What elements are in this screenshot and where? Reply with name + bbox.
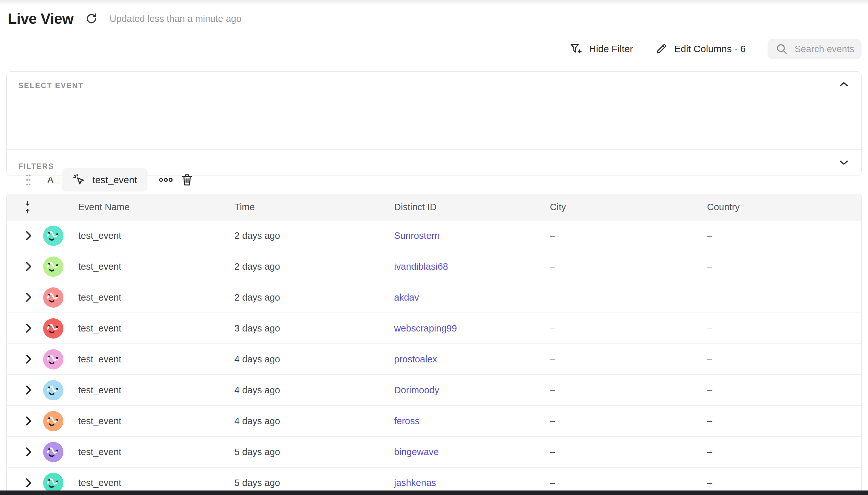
cell-country: – — [707, 416, 861, 426]
drag-handle[interactable] — [26, 174, 31, 186]
cell-country: – — [707, 231, 861, 241]
table-row[interactable]: test_event 4 days ago Dorimoody – – — [7, 375, 861, 406]
expand-row-button[interactable] — [25, 293, 32, 302]
select-event-collapse-button[interactable] — [837, 80, 850, 89]
cell-time: 5 days ago — [234, 447, 394, 457]
distinct-id-link[interactable]: ivandiblasi68 — [394, 261, 448, 272]
chevron-up-icon — [839, 82, 849, 87]
avatar — [43, 411, 64, 431]
chevron-right-icon — [25, 385, 32, 395]
trash-icon — [181, 173, 193, 187]
event-select-button[interactable]: test_event — [62, 168, 147, 191]
collapse-rows-button[interactable] — [25, 201, 31, 214]
event-delete-button[interactable] — [181, 173, 193, 187]
table-row[interactable]: test_event 4 days ago prostoalex – – — [7, 344, 861, 375]
page-title: Live View — [8, 10, 73, 27]
filters-expand-button[interactable] — [837, 158, 850, 167]
edit-columns-button[interactable]: Edit Columns · 6 — [655, 42, 746, 55]
cell-event-name: test_event — [78, 447, 234, 457]
avatar — [43, 380, 64, 400]
expand-row-button[interactable] — [25, 354, 32, 364]
cell-city: – — [550, 478, 707, 488]
event-name-label: test_event — [92, 174, 137, 185]
column-header-time[interactable]: Time — [234, 202, 394, 212]
hide-filter-button[interactable]: Hide Filter — [569, 42, 633, 56]
column-header-distinct-id[interactable]: Distinct ID — [394, 202, 550, 212]
search-icon — [775, 42, 788, 55]
chevron-down-icon — [839, 160, 849, 166]
cell-time: 4 days ago — [234, 416, 394, 426]
cell-country: – — [707, 354, 861, 365]
distinct-id-link[interactable]: Sunrostern — [394, 231, 440, 241]
bottom-bar — [0, 491, 868, 495]
select-event-label: SELECT EVENT — [18, 82, 84, 90]
cell-city: – — [550, 385, 707, 395]
cell-event-name: test_event — [78, 416, 234, 426]
more-dots-icon — [159, 177, 173, 183]
table-row[interactable]: test_event 4 days ago feross – – — [7, 406, 861, 437]
expand-row-button[interactable] — [25, 478, 32, 488]
cell-event-name: test_event — [78, 323, 234, 334]
cell-event-name: test_event — [78, 292, 234, 303]
top-fade — [0, 0, 868, 5]
avatar — [43, 257, 64, 277]
expand-row-button[interactable] — [25, 231, 32, 240]
cell-city: – — [550, 354, 707, 365]
column-header-event-name[interactable]: Event Name — [78, 202, 234, 212]
cell-time: 2 days ago — [234, 231, 394, 241]
column-header-city[interactable]: City — [550, 202, 707, 212]
distinct-id-link[interactable]: webscraping99 — [394, 323, 457, 334]
search-box[interactable] — [768, 39, 862, 59]
expand-row-button[interactable] — [25, 385, 32, 395]
expand-row-button[interactable] — [25, 323, 32, 333]
cell-event-name: test_event — [78, 261, 234, 272]
toolbar: Hide Filter Edit Columns · 6 — [569, 37, 862, 61]
table-row[interactable]: test_event 2 days ago akdav – – — [7, 282, 861, 313]
cell-time: 3 days ago — [234, 323, 394, 334]
distinct-id-link[interactable]: prostoalex — [394, 354, 437, 364]
cell-city: – — [550, 323, 707, 334]
distinct-id-link[interactable]: akdav — [394, 292, 419, 303]
table-body: test_event 2 days ago Sunrostern – – — [7, 220, 861, 495]
distinct-id-link[interactable]: bingewave — [394, 447, 439, 457]
table-row[interactable]: test_event 3 days ago webscraping99 – – — [7, 313, 861, 344]
expand-row-button[interactable] — [25, 262, 32, 271]
pencil-icon — [655, 42, 668, 55]
expand-row-button[interactable] — [25, 447, 32, 457]
avatar — [43, 226, 64, 246]
chevron-right-icon — [25, 323, 32, 333]
cell-city: – — [550, 416, 707, 426]
chevron-right-icon — [25, 354, 32, 364]
table-row[interactable]: test_event 5 days ago bingewave – – — [7, 437, 861, 468]
refresh-button[interactable] — [84, 12, 99, 26]
avatar — [43, 349, 64, 370]
cell-time: 4 days ago — [234, 385, 394, 395]
avatar — [43, 287, 64, 308]
table-row[interactable]: test_event 2 days ago ivandiblasi68 – – — [7, 251, 861, 282]
avatar — [43, 318, 64, 339]
query-builder-panel: SELECT EVENT A test_event — [6, 71, 862, 175]
cell-time: 5 days ago — [234, 478, 394, 488]
cell-city: – — [550, 231, 707, 241]
cell-city: – — [550, 261, 707, 272]
avatar — [43, 473, 64, 493]
distinct-id-link[interactable]: Dorimoody — [394, 385, 439, 395]
filter-plus-icon — [569, 42, 583, 56]
events-table: Event Name Time Distinct ID City Country — [6, 194, 862, 495]
distinct-id-link[interactable]: jashkenas — [394, 478, 436, 488]
event-more-button[interactable] — [159, 177, 173, 183]
expand-row-button[interactable] — [25, 416, 32, 426]
edit-columns-label: Edit Columns · 6 — [674, 44, 746, 54]
search-input[interactable] — [795, 44, 856, 54]
updated-status: Updated less than a minute ago — [109, 14, 241, 24]
query-divider — [7, 149, 861, 150]
cursor-click-icon — [72, 173, 86, 187]
cell-time: 2 days ago — [234, 292, 394, 303]
distinct-id-link[interactable]: feross — [394, 416, 420, 426]
cell-country: – — [707, 261, 861, 272]
table-row[interactable]: test_event 2 days ago Sunrostern – – — [7, 220, 861, 251]
hide-filter-label: Hide Filter — [589, 44, 633, 54]
cell-city: – — [550, 292, 707, 303]
event-letter: A — [47, 175, 53, 185]
column-header-country[interactable]: Country — [707, 202, 861, 212]
